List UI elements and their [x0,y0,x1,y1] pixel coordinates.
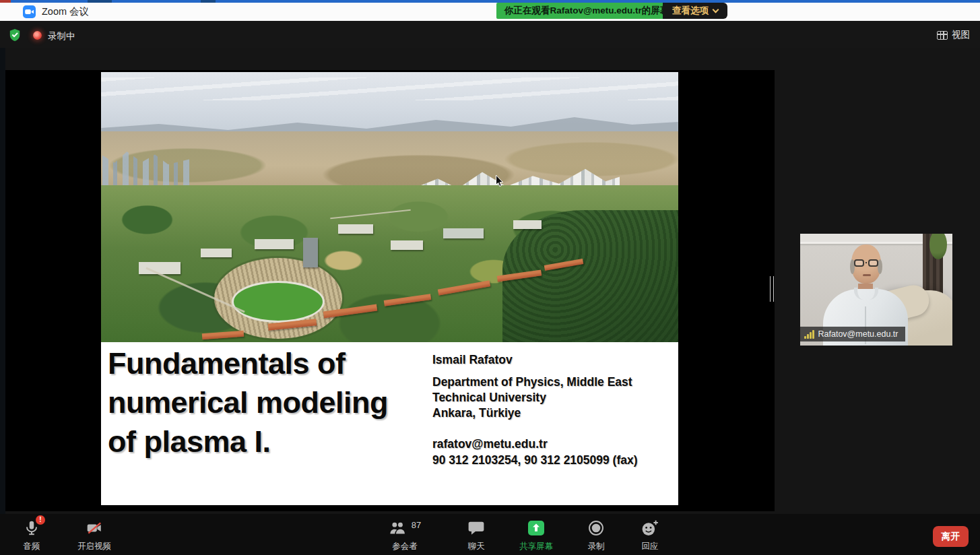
photo-stadium-field [232,281,325,323]
glasses-lens [854,259,864,267]
photo-building [338,224,373,234]
webcam-person-glasses [854,259,878,267]
chat-button[interactable]: 聊天 [467,518,485,552]
window-title-bar: Zoom 会议 [0,3,980,21]
photo-building [513,220,542,229]
record-label: 录制 [588,541,605,552]
start-video-label: 开启视频 [77,541,111,552]
webcam-person-hair [878,259,882,274]
security-shield-icon[interactable] [9,28,21,42]
affiliation-line: Department of Physics, Middle East [432,374,675,390]
chevron-down-icon [713,7,719,13]
view-layout-label: 视图 [952,29,970,41]
start-video-button[interactable]: 开启视频 [77,518,111,552]
recording-status-label: 录制中 [48,30,75,42]
zoom-app-icon [23,5,36,18]
panel-resize-handle[interactable] [770,276,774,302]
author-phone: 90 312 2103254, 90 312 2105099 (fax) [432,452,675,468]
record-button[interactable]: 录制 [587,518,605,552]
grid-view-icon [937,31,948,40]
audio-button[interactable]: ! 音频 [23,518,40,552]
meeting-toolbar: ! 音频 开启视频 87 [0,514,980,555]
record-icon [587,519,605,537]
participant-video-tile[interactable]: Rafatov@metu.edu.tr [800,234,952,346]
window-title: Zoom 会议 [42,5,89,18]
audio-label: 音频 [24,541,40,552]
participants-button[interactable]: 87 参会者 [389,518,421,552]
author-name: Ismail Rafatov [432,352,675,368]
left-edge-strip [0,48,5,514]
camera-off-icon [84,519,104,537]
participant-name: Rafatov@metu.edu.tr [818,329,899,339]
glasses-lens [868,259,878,267]
photo-building [201,249,232,257]
author-email: rafatov@metu.edu.tr [432,436,675,452]
webcam-person-head [851,244,881,284]
glasses-bridge [865,262,867,263]
audio-alert-badge: ! [36,515,45,525]
reactions-button[interactable]: 回应 [641,518,659,552]
slide-title: Fundamentals of numerical modeling of pl… [108,344,424,461]
reactions-label: 回应 [642,541,659,552]
network-signal-icon [804,330,814,339]
meeting-menu-bar [0,21,980,48]
watching-banner: 你正在观看Rafatov@metu.edu.tr的屏幕 [496,3,677,19]
meeting-content-area: Fundamentals of numerical modeling of pl… [0,48,980,514]
participant-name-label: Rafatov@metu.edu.tr [800,327,905,341]
webcam-shirt-collar [854,288,878,300]
share-screen-label: 共享屏幕 [519,541,553,552]
photo-building [255,239,294,249]
chat-label: 聊天 [468,541,485,552]
author-affiliation: Department of Physics, Middle East Techn… [432,374,675,421]
watching-banner-text: 你正在观看Rafatov@metu.edu.tr的屏幕 [504,5,669,17]
zoom-meeting-window: Zoom 会议 你正在观看Rafatov@metu.edu.tr的屏幕 查看选项… [0,0,980,555]
reactions-smiley-icon [641,519,659,537]
view-options-label: 查看选项 [672,5,709,17]
participants-label: 参会者 [392,541,418,552]
slide-author-block: Ismail Rafatov Department of Physics, Mi… [432,352,675,468]
affiliation-line: Technical University [432,390,675,405]
webcam-plant [929,234,947,259]
affiliation-line: Ankara, Türkiye [432,405,675,421]
mouse-cursor [495,174,504,188]
leave-meeting-button[interactable]: 离开 [933,526,969,547]
photo-tower-building [303,238,318,267]
webcam-person-mouth [863,274,871,276]
slide-title-line: numerical modeling [108,383,424,422]
chat-bubble-icon [467,520,485,536]
share-screen-button[interactable]: 共享屏幕 [519,518,553,552]
share-screen-icon [527,520,545,536]
shared-screen-viewport: Fundamentals of numerical modeling of pl… [5,70,775,511]
slide-title-line: Fundamentals of [108,344,424,383]
participants-count: 87 [412,520,421,530]
photo-clouds [101,77,678,100]
photo-building [443,228,484,238]
presentation-slide: Fundamentals of numerical modeling of pl… [101,72,678,505]
recording-indicator-icon[interactable] [33,31,42,40]
slide-title-line: of plasma I. [108,422,424,461]
photo-building [391,240,423,250]
view-options-button[interactable]: 查看选项 [663,3,727,19]
view-layout-button[interactable]: 视图 [937,29,970,41]
campus-aerial-photo [101,72,678,342]
participants-icon [389,520,409,536]
